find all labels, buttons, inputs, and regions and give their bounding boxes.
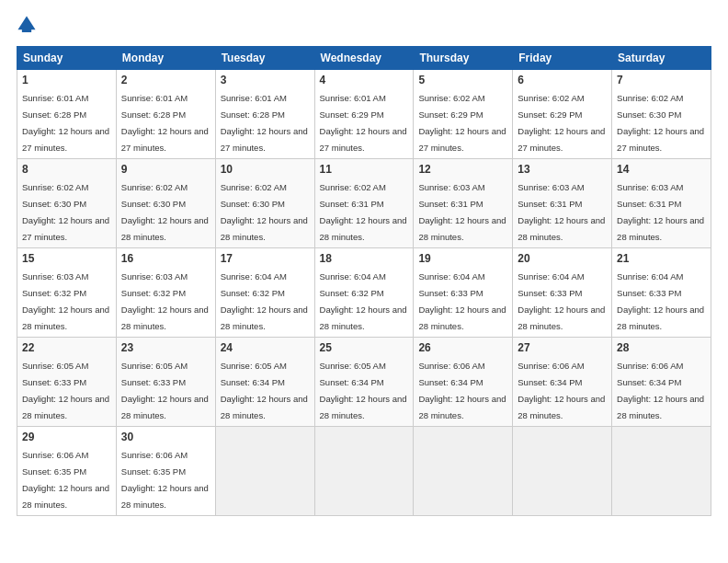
day-number: 2 [121, 74, 210, 86]
day-info: Sunrise: 6:02 AMSunset: 6:30 PMDaylight:… [22, 182, 109, 242]
day-number: 30 [121, 431, 210, 443]
day-info: Sunrise: 6:01 AMSunset: 6:28 PMDaylight:… [121, 93, 209, 153]
col-sunday: Sunday [17, 47, 117, 70]
table-row: 5 Sunrise: 6:02 AMSunset: 6:29 PMDayligh… [414, 70, 513, 159]
table-row: 19 Sunrise: 6:04 AMSunset: 6:33 PMDaylig… [414, 248, 513, 338]
header [17, 15, 711, 35]
day-info: Sunrise: 6:04 AMSunset: 6:33 PMDaylight:… [617, 271, 704, 331]
day-number: 3 [221, 74, 310, 86]
table-row: 18 Sunrise: 6:04 AMSunset: 6:32 PMDaylig… [314, 248, 414, 338]
day-number: 27 [518, 341, 607, 354]
table-row: 27 Sunrise: 6:06 AMSunset: 6:34 PMDaylig… [513, 338, 612, 427]
day-info: Sunrise: 6:03 AMSunset: 6:32 PMDaylight:… [121, 271, 209, 331]
day-number: 28 [617, 341, 706, 354]
day-number: 13 [518, 163, 607, 176]
day-number: 21 [617, 252, 706, 265]
table-row: 24 Sunrise: 6:05 AMSunset: 6:34 PMDaylig… [215, 338, 314, 427]
day-info: Sunrise: 6:02 AMSunset: 6:31 PMDaylight:… [320, 182, 407, 242]
day-number: 24 [221, 341, 310, 354]
table-row: 16 Sunrise: 6:03 AMSunset: 6:32 PMDaylig… [116, 248, 215, 338]
day-number: 4 [320, 74, 409, 86]
col-wednesday: Wednesday [314, 47, 414, 70]
day-info: Sunrise: 6:01 AMSunset: 6:29 PMDaylight:… [320, 93, 407, 153]
day-number: 5 [418, 74, 507, 86]
table-row: 4 Sunrise: 6:01 AMSunset: 6:29 PMDayligh… [314, 70, 414, 159]
day-number: 25 [320, 341, 409, 354]
table-row: 28 Sunrise: 6:06 AMSunset: 6:34 PMDaylig… [612, 338, 711, 427]
table-row: 21 Sunrise: 6:04 AMSunset: 6:33 PMDaylig… [612, 248, 711, 338]
table-row: 13 Sunrise: 6:03 AMSunset: 6:31 PMDaylig… [513, 159, 612, 248]
day-info: Sunrise: 6:04 AMSunset: 6:33 PMDaylight:… [418, 271, 506, 331]
day-number: 8 [22, 163, 111, 176]
day-info: Sunrise: 6:01 AMSunset: 6:28 PMDaylight:… [22, 93, 109, 153]
col-monday: Monday [116, 47, 215, 70]
table-row: 2 Sunrise: 6:01 AMSunset: 6:28 PMDayligh… [116, 70, 215, 159]
generalblue-logo-icon [17, 15, 37, 35]
day-info: Sunrise: 6:02 AMSunset: 6:30 PMDaylight:… [121, 182, 209, 242]
day-info: Sunrise: 6:02 AMSunset: 6:29 PMDaylight:… [418, 93, 506, 153]
day-info: Sunrise: 6:06 AMSunset: 6:35 PMDaylight:… [121, 450, 209, 510]
table-row: 8 Sunrise: 6:02 AMSunset: 6:30 PMDayligh… [17, 159, 117, 248]
table-row: 6 Sunrise: 6:02 AMSunset: 6:29 PMDayligh… [513, 70, 612, 159]
day-info: Sunrise: 6:03 AMSunset: 6:31 PMDaylight:… [418, 182, 506, 242]
day-number: 9 [121, 163, 210, 176]
svg-rect-1 [22, 27, 31, 32]
day-info: Sunrise: 6:05 AMSunset: 6:33 PMDaylight:… [121, 361, 209, 420]
day-info: Sunrise: 6:03 AMSunset: 6:31 PMDaylight:… [518, 182, 605, 242]
day-info: Sunrise: 6:04 AMSunset: 6:32 PMDaylight:… [320, 271, 407, 331]
day-info: Sunrise: 6:04 AMSunset: 6:33 PMDaylight:… [518, 271, 605, 331]
table-row: 15 Sunrise: 6:03 AMSunset: 6:32 PMDaylig… [17, 248, 117, 338]
day-info: Sunrise: 6:02 AMSunset: 6:29 PMDaylight:… [518, 93, 605, 153]
day-info: Sunrise: 6:06 AMSunset: 6:35 PMDaylight:… [22, 450, 109, 510]
day-number: 18 [320, 252, 409, 265]
day-number: 29 [22, 431, 111, 443]
table-row [314, 427, 414, 516]
table-row [215, 427, 314, 516]
day-number: 10 [221, 163, 310, 176]
day-info: Sunrise: 6:05 AMSunset: 6:34 PMDaylight:… [320, 361, 407, 420]
table-row: 29 Sunrise: 6:06 AMSunset: 6:35 PMDaylig… [17, 427, 117, 516]
day-info: Sunrise: 6:02 AMSunset: 6:30 PMDaylight:… [221, 182, 308, 242]
day-info: Sunrise: 6:03 AMSunset: 6:31 PMDaylight:… [617, 182, 704, 242]
day-number: 16 [121, 252, 210, 265]
table-row: 1 Sunrise: 6:01 AMSunset: 6:28 PMDayligh… [17, 70, 117, 159]
day-number: 19 [418, 252, 507, 265]
table-row: 14 Sunrise: 6:03 AMSunset: 6:31 PMDaylig… [612, 159, 711, 248]
day-info: Sunrise: 6:05 AMSunset: 6:34 PMDaylight:… [221, 361, 308, 420]
day-info: Sunrise: 6:03 AMSunset: 6:32 PMDaylight:… [22, 271, 109, 331]
table-row: 10 Sunrise: 6:02 AMSunset: 6:30 PMDaylig… [215, 159, 314, 248]
day-info: Sunrise: 6:06 AMSunset: 6:34 PMDaylight:… [518, 361, 605, 420]
table-row [612, 427, 711, 516]
table-row: 11 Sunrise: 6:02 AMSunset: 6:31 PMDaylig… [314, 159, 414, 248]
day-number: 1 [22, 74, 111, 86]
day-number: 7 [617, 74, 706, 86]
col-saturday: Saturday [612, 47, 711, 70]
calendar-table: Sunday Monday Tuesday Wednesday Thursday… [17, 46, 711, 516]
table-row: 22 Sunrise: 6:05 AMSunset: 6:33 PMDaylig… [17, 338, 117, 427]
day-info: Sunrise: 6:04 AMSunset: 6:32 PMDaylight:… [221, 271, 308, 331]
day-info: Sunrise: 6:01 AMSunset: 6:28 PMDaylight:… [221, 93, 308, 153]
table-row: 12 Sunrise: 6:03 AMSunset: 6:31 PMDaylig… [414, 159, 513, 248]
day-info: Sunrise: 6:05 AMSunset: 6:33 PMDaylight:… [22, 361, 109, 420]
table-row [414, 427, 513, 516]
table-row [513, 427, 612, 516]
table-row: 3 Sunrise: 6:01 AMSunset: 6:28 PMDayligh… [215, 70, 314, 159]
day-number: 6 [518, 74, 607, 86]
day-number: 22 [22, 341, 111, 354]
day-number: 26 [418, 341, 507, 354]
day-info: Sunrise: 6:06 AMSunset: 6:34 PMDaylight:… [418, 361, 506, 420]
col-thursday: Thursday [414, 47, 513, 70]
table-row: 26 Sunrise: 6:06 AMSunset: 6:34 PMDaylig… [414, 338, 513, 427]
page: Sunday Monday Tuesday Wednesday Thursday… [0, 0, 728, 563]
col-tuesday: Tuesday [215, 47, 314, 70]
calendar-header-row: Sunday Monday Tuesday Wednesday Thursday… [17, 47, 711, 70]
day-number: 12 [418, 163, 507, 176]
col-friday: Friday [513, 47, 612, 70]
table-row: 25 Sunrise: 6:05 AMSunset: 6:34 PMDaylig… [314, 338, 414, 427]
logo [17, 15, 40, 35]
day-number: 11 [320, 163, 409, 176]
day-number: 15 [22, 252, 111, 265]
table-row: 23 Sunrise: 6:05 AMSunset: 6:33 PMDaylig… [116, 338, 215, 427]
day-number: 17 [221, 252, 310, 265]
day-number: 14 [617, 163, 706, 176]
